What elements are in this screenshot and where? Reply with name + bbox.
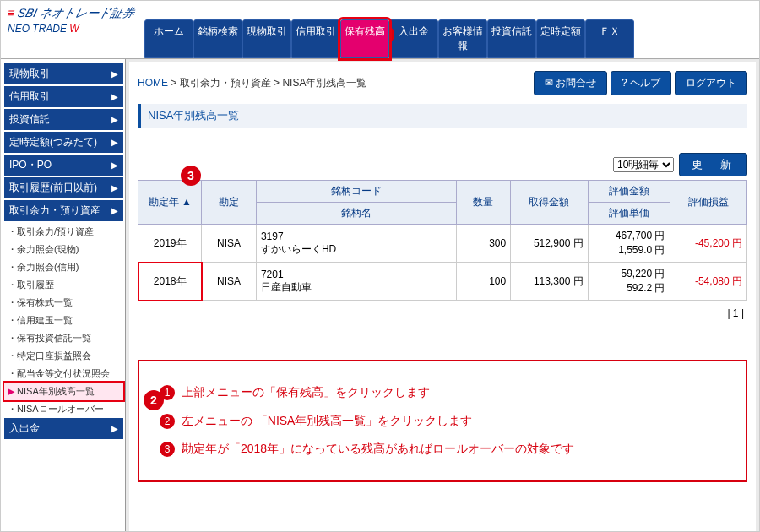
sidebar-item-余力照会(信用)[interactable]: 余力照会(信用): [4, 258, 123, 276]
section-title: NISA年別残高一覧: [138, 104, 747, 128]
callout-2: 2: [144, 390, 164, 410]
contact-button[interactable]: ✉ お問合せ: [534, 71, 607, 95]
sidebar-group-IPO・PO[interactable]: IPO・PO▶: [4, 155, 123, 176]
sidebar-item-NISAロールオーバー[interactable]: NISAロールオーバー: [4, 400, 123, 418]
th-cost: 取得金額: [511, 181, 588, 225]
table-body: 2019年NISA3197すかいらーくHD300512,900 円467,700…: [138, 225, 747, 301]
sidebar-item-特定口座損益照会[interactable]: 特定口座損益照会: [4, 347, 123, 365]
main-area: HOME > 取引余力・預り資産 > NISA年別残高一覧 ✉ お問合せ ? ヘ…: [126, 59, 759, 532]
topnav-定時定額[interactable]: 定時定額: [536, 19, 585, 58]
th-code: 銘柄コード: [256, 181, 456, 203]
th-name: 銘柄名: [256, 203, 456, 225]
holdings-table: 勘定年 ▲ 勘定 銘柄コード 数量 取得金額 評価金額 評価損益 銘柄名 評価単…: [138, 180, 747, 301]
th-pl: 評価損益: [670, 181, 747, 225]
topnav-投資信託[interactable]: 投資信託: [487, 19, 536, 58]
sidebar-group-取引履歴(前日以前)[interactable]: 取引履歴(前日以前)▶: [4, 177, 123, 198]
th-unit: 評価単価: [588, 203, 670, 225]
breadcrumb: HOME > 取引余力・預り資産 > NISA年別残高一覧: [138, 76, 366, 90]
topnav-ホーム[interactable]: ホーム: [144, 19, 193, 58]
sidebar-item-配当金等交付状況照会[interactable]: 配当金等交付状況照会: [4, 365, 123, 383]
refresh-button[interactable]: 更 新: [679, 153, 747, 176]
sidebar-item-NISA年別残高一覧[interactable]: NISA年別残高一覧: [4, 383, 123, 400]
callout-3: 3: [181, 166, 201, 186]
topnav-ＦＸ[interactable]: ＦＸ: [585, 19, 634, 58]
sidebar-item-取引余力/預り資産[interactable]: 取引余力/預り資産: [4, 223, 123, 241]
top-navigation: ホーム銘柄検索現物取引信用取引保有残高入出金お客様情報投資信託定時定額ＦＸ: [1, 19, 759, 58]
th-qty: 数量: [456, 181, 511, 225]
help-button[interactable]: ? ヘルプ: [611, 71, 671, 95]
th-year[interactable]: 勘定年 ▲: [138, 181, 202, 225]
rows-per-page-select[interactable]: 10明細毎: [613, 157, 674, 172]
table-row: 2018年NISA7201日産自動車100113,300 円59,220 円59…: [138, 263, 747, 301]
instruction-box: 1 上部メニューの「保有残高」をクリックします2 左メニューの 「NISA年別残…: [138, 360, 747, 482]
topnav-信用取引[interactable]: 信用取引: [291, 19, 340, 58]
th-value: 評価金額: [588, 181, 670, 203]
th-account: 勘定: [202, 181, 257, 225]
sidebar-item-取引履歴[interactable]: 取引履歴: [4, 276, 123, 294]
breadcrumb-home[interactable]: HOME: [138, 77, 168, 89]
topnav-銘柄検索[interactable]: 銘柄検索: [193, 19, 242, 58]
table-row: 2019年NISA3197すかいらーくHD300512,900 円467,700…: [138, 225, 747, 263]
sidebar-item-保有投資信託一覧[interactable]: 保有投資信託一覧: [4, 329, 123, 347]
sidebar-group-投資信託[interactable]: 投資信託▶: [4, 109, 123, 130]
topnav-現物取引[interactable]: 現物取引: [242, 19, 291, 58]
pager: | 1 |: [138, 301, 747, 326]
sidebar-group-入出金[interactable]: 入出金▶: [4, 418, 123, 439]
sidebar-group-信用取引[interactable]: 信用取引▶: [4, 86, 123, 107]
sidebar-item-余力照会(現物)[interactable]: 余力照会(現物): [4, 241, 123, 258]
sidebar-group-現物取引[interactable]: 現物取引▶: [4, 63, 123, 84]
topnav-入出金[interactable]: 入出金: [389, 19, 438, 58]
sidebar: 現物取引▶信用取引▶投資信託▶定時定額(つみたて)▶IPO・PO▶取引履歴(前日…: [1, 59, 126, 532]
sidebar-group-定時定額(つみたて)[interactable]: 定時定額(つみたて)▶: [4, 132, 123, 153]
sidebar-group-取引余力・預り資産[interactable]: 取引余力・預り資産▶: [4, 200, 123, 221]
sidebar-item-信用建玉一覧[interactable]: 信用建玉一覧: [4, 312, 123, 329]
topnav-お客様情報[interactable]: お客様情報: [438, 19, 487, 58]
sidebar-item-保有株式一覧[interactable]: 保有株式一覧: [4, 294, 123, 312]
logout-button[interactable]: ログアウト: [675, 71, 747, 95]
topnav-保有残高[interactable]: 保有残高: [340, 19, 389, 58]
